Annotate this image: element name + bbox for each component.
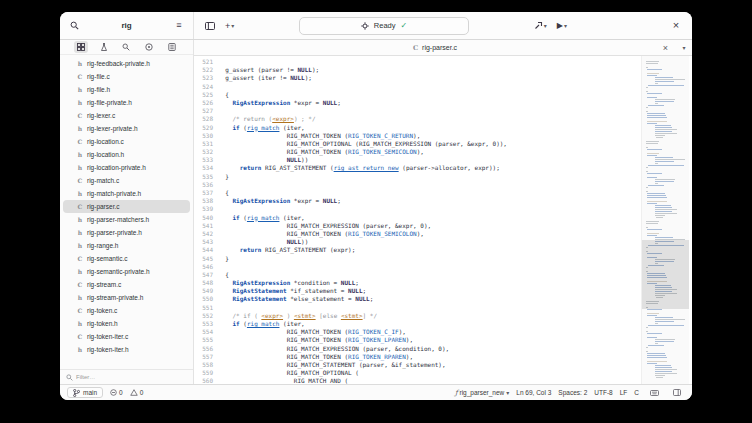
indentation-setting[interactable]: Spaces: 2 [558,389,587,396]
sidebar-file-rig-token-iter.c[interactable]: Crig-token-iter.c [63,330,190,343]
code-line[interactable]: NULL)) [218,156,692,164]
run-button[interactable]: ▶ ▾ [554,18,570,34]
code-line[interactable]: RIG_MATCH_TOKEN (RIG_TOKEN_SEMICOLON), [218,230,692,238]
sidebar-file-rig-parser-private.h[interactable]: hrig-parser-private.h [63,226,190,239]
code-line[interactable]: if (rig_match (iter, [218,124,692,132]
minimap-viewport[interactable] [642,240,689,309]
tab-rig-parser[interactable]: C rig-parser.c × [194,40,676,55]
code-lines[interactable]: g_assert (parser != NULL); g_assert (ite… [218,56,692,384]
code-line[interactable]: RigAstExpression *expr = NULL; [218,99,692,107]
code-line[interactable] [218,107,692,115]
code-token: RIG_TOKEN_RPAREN [348,353,406,360]
code-line[interactable]: if (rig_match (iter, [218,214,692,222]
branch-button[interactable]: main [67,387,103,398]
search-button[interactable] [66,18,82,34]
sidebar-file-rig-feedback-private.h[interactable]: hrig-feedback-private.h [63,57,190,70]
warning-counter[interactable]: 0 [130,389,144,396]
code-line[interactable]: if (rig_match (iter, [218,320,692,328]
line-number: 550 [194,295,213,303]
tests-panel-button[interactable] [97,41,111,53]
code-line[interactable]: { [218,91,692,99]
code-line[interactable]: return RIG_AST_STATEMENT (rig_ast_return… [218,164,692,172]
code-line[interactable]: RIG_MATCH_OPTIONAL (RIG_MATCH_EXPRESSION… [218,140,692,148]
code-line[interactable]: RIG_MATCH_TOKEN (RIG_TOKEN_SEMICOLON), [218,148,692,156]
sidebar-file-rig-semantic-private.h[interactable]: hrig-semantic-private.h [63,265,190,278]
code-line[interactable] [218,205,692,213]
project-tree-panel-button[interactable] [74,41,88,53]
build-menu-button[interactable]: ▾ [531,18,550,34]
code-line[interactable] [218,304,692,312]
code-line[interactable]: RIG_MATCH_EXPRESSION (parser, &condition… [218,345,692,353]
cursor-position[interactable]: Ln 69, Col 3 [516,389,551,396]
code-line[interactable]: RigAstStatement *if_statement = NULL; [218,287,692,295]
sidebar-file-rig-file.h[interactable]: hrig-file.h [63,83,190,96]
open-pages-button[interactable]: ▾ [676,40,692,56]
code-line[interactable] [218,263,692,271]
code-line[interactable] [218,83,692,91]
sidebar-file-rig-match.c[interactable]: Crig-match.c [63,174,190,187]
sidebar-file-rig-lexer-private.h[interactable]: hrig-lexer-private.h [63,122,190,135]
menu-button[interactable]: ≡ [171,18,187,34]
code-line[interactable]: RIG_MATCH_AND ( [218,377,692,384]
todo-panel-button[interactable] [142,41,156,53]
code-line[interactable]: RIG_MATCH_TOKEN (RIG_TOKEN_C_RETURN), [218,132,692,140]
code-line[interactable] [218,181,692,189]
toggle-right-panel-button[interactable] [669,387,685,399]
toggle-panel-button[interactable] [202,18,218,34]
code-line[interactable]: /* return (<expr>) ; */ [218,115,692,123]
code-line[interactable]: RigAstStatement *else_statement = NULL; [218,295,692,303]
sidebar-file-rig-file.c[interactable]: Crig-file.c [63,70,190,83]
code-line[interactable]: } [218,255,692,263]
sidebar-file-rig-token.h[interactable]: hrig-token.h [63,317,190,330]
code-line[interactable]: { [218,271,692,279]
sidebar-file-rig-parser.c[interactable]: Crig-parser.c [63,200,190,213]
code-token: NULL [348,287,362,294]
code-view: 5215225235245255265275285295305315325335… [194,56,692,384]
code-line[interactable]: RIG_MATCH_OPTIONAL ( [218,369,692,377]
sidebar-file-rig-lexer.c[interactable]: Crig-lexer.c [63,109,190,122]
new-page-button[interactable]: + ▾ [222,18,237,34]
line-ending-setting[interactable]: LF [620,389,628,396]
sidebar-file-rig-stream.c[interactable]: Crig-stream.c [63,278,190,291]
line-number: 543 [194,238,213,246]
language-setting[interactable]: C [634,389,639,396]
sidebar-file-rig-parser-matchers.h[interactable]: hrig-parser-matchers.h [63,213,190,226]
code-line[interactable]: return RIG_AST_STATEMENT (expr); [218,246,692,254]
omnibar[interactable]: Ready ✓ [299,17,469,35]
code-line[interactable]: NULL)) [218,238,692,246]
code-line[interactable]: RIG_MATCH_TOKEN (RIG_TOKEN_LPAREN), [218,336,692,344]
code-line[interactable] [218,58,692,66]
sidebar-file-rig-file-private.h[interactable]: hrig-file-private.h [63,96,190,109]
sidebar-file-rig-location.h[interactable]: hrig-location.h [63,148,190,161]
tab-close-button[interactable]: × [663,43,668,53]
code-line[interactable]: /* if ( <expr> ) <stmt> [else <stmt>] */ [218,312,692,320]
code-line[interactable]: RigAstExpression *expr = NULL; [218,197,692,205]
sidebar-file-rig-location.c[interactable]: Crig-location.c [63,135,190,148]
line-number: 523 [194,74,213,82]
code-line[interactable]: RIG_MATCH_STATEMENT (parser, &if_stateme… [218,361,692,369]
code-line[interactable]: RIG_MATCH_TOKEN (RIG_TOKEN_RPAREN), [218,353,692,361]
code-line[interactable]: g_assert (iter != NULL); [218,74,692,82]
encoding-setting[interactable]: UTF-8 [594,389,612,396]
sidebar-file-rig-token.c[interactable]: Crig-token.c [63,304,190,317]
close-window-button[interactable]: × [668,18,684,34]
sidebar-file-rig-location-private.h[interactable]: hrig-location-private.h [63,161,190,174]
toggle-bottom-panel-button[interactable] [646,387,662,399]
code-line[interactable]: RigAstExpression *condition = NULL; [218,279,692,287]
sidebar-file-rig-match-private.h[interactable]: hrig-match-private.h [63,187,190,200]
filter-input[interactable] [76,374,187,380]
code-line[interactable]: { [218,189,692,197]
sidebar-file-rig-token-iter.h[interactable]: hrig-token-iter.h [63,343,190,356]
code-line[interactable]: RIG_MATCH_TOKEN (RIG_TOKEN_C_IF), [218,328,692,336]
code-line[interactable]: RIG_MATCH_EXPRESSION (parser, &expr, 0), [218,222,692,230]
sidebar-file-rig-stream-private.h[interactable]: hrig-stream-private.h [63,291,190,304]
sidebar-file-rig-range.h[interactable]: hrig-range.h [63,239,190,252]
current-symbol[interactable]: ƒ rig_parser_new ▾ [455,389,509,397]
code-line[interactable]: g_assert (parser != NULL); [218,66,692,74]
code-line[interactable]: } [218,173,692,181]
error-counter[interactable]: 0 [110,389,123,396]
minimap[interactable] [641,56,689,384]
sidebar-file-rig-semantic.c[interactable]: Crig-semantic.c [63,252,190,265]
search-panel-button[interactable] [119,41,133,53]
documentation-panel-button[interactable] [165,41,179,53]
